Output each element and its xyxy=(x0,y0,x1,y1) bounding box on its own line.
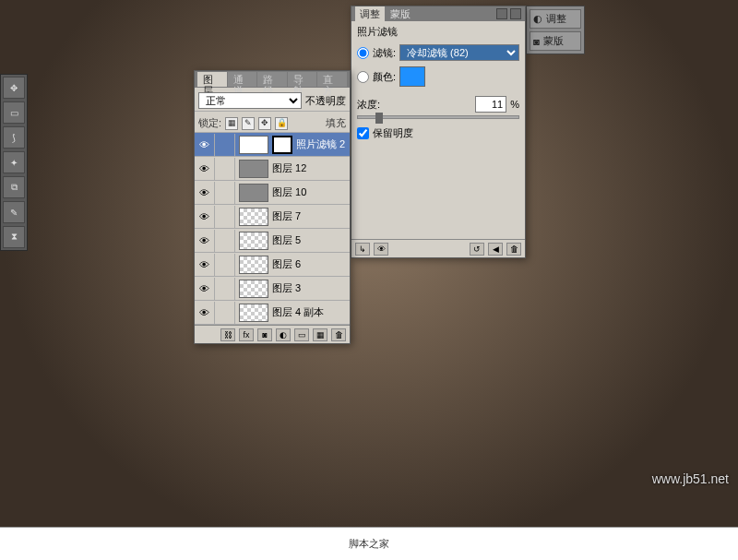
visibility-eye-icon[interactable]: 👁 xyxy=(195,254,215,276)
link-cell[interactable] xyxy=(215,302,235,324)
lasso-tool-icon[interactable]: ⟆ xyxy=(3,126,25,149)
layer-mask-thumb[interactable] xyxy=(272,136,292,154)
add-mask-icon[interactable]: ◙ xyxy=(257,328,272,341)
layer-row[interactable]: 👁图层 5 xyxy=(195,229,350,253)
footer-text: 脚本之家 xyxy=(349,537,389,551)
layer-name: 图层 7 xyxy=(272,209,301,223)
layer-thumb[interactable] xyxy=(239,208,268,226)
mask-button[interactable]: ◙ 蒙版 xyxy=(530,31,581,51)
layer-row[interactable]: 👁照片滤镜 2 xyxy=(195,133,350,157)
layer-thumb[interactable] xyxy=(239,136,268,154)
trash-icon[interactable]: 🗑 xyxy=(506,243,521,256)
layer-row[interactable]: 👁图层 3 xyxy=(195,277,350,301)
layers-tabs: 图层 通道 路径 导航 直方 xyxy=(195,71,350,88)
prev-icon[interactable] xyxy=(496,8,507,19)
layer-row[interactable]: 👁图层 4 副本 xyxy=(195,301,350,325)
visibility-eye-icon[interactable]: 👁 xyxy=(195,302,215,324)
lock-pixels-icon[interactable]: ✎ xyxy=(242,117,255,130)
layer-name: 图层 4 副本 xyxy=(272,305,324,319)
visibility-eye-icon[interactable]: 👁 xyxy=(195,230,215,252)
fx-icon[interactable]: fx xyxy=(239,328,254,341)
lock-position-icon[interactable]: ✥ xyxy=(258,117,271,130)
reset-icon[interactable]: ↺ xyxy=(470,243,484,256)
brush-tool-icon[interactable]: ⧗ xyxy=(3,226,25,248)
filter-select[interactable]: 冷却滤镜 (82) xyxy=(399,44,519,61)
half-circle-icon: ◐ xyxy=(533,13,542,25)
mask-icon: ◙ xyxy=(533,36,540,47)
slider-thumb-icon[interactable] xyxy=(375,113,383,124)
delete-layer-icon[interactable]: 🗑 xyxy=(331,328,346,341)
layer-thumb[interactable] xyxy=(239,304,268,322)
visibility-eye-icon[interactable]: 👁 xyxy=(195,206,215,228)
visibility-eye-icon[interactable]: 👁 xyxy=(195,134,215,156)
wand-tool-icon[interactable]: ✦ xyxy=(3,151,25,173)
clip-icon[interactable]: ↳ xyxy=(355,243,370,256)
lock-label: 锁定: xyxy=(198,116,221,130)
link-cell[interactable] xyxy=(215,278,235,300)
layer-thumb[interactable] xyxy=(239,184,268,202)
tab-layers[interactable]: 图层 xyxy=(197,72,227,87)
density-input[interactable] xyxy=(475,96,506,113)
tab-mask[interactable]: 蒙版 xyxy=(390,7,411,21)
eyedropper-tool-icon[interactable]: ✎ xyxy=(3,201,25,223)
visibility-eye-icon[interactable]: 👁 xyxy=(195,158,215,180)
tab-paths[interactable]: 路径 xyxy=(257,72,287,87)
tab-hist[interactable]: 直方 xyxy=(317,72,347,87)
layer-row[interactable]: 👁图层 7 xyxy=(195,205,350,229)
layer-row[interactable]: 👁图层 12 xyxy=(195,157,350,181)
layer-row[interactable]: 👁图层 6 xyxy=(195,253,350,277)
color-radio[interactable] xyxy=(357,71,369,83)
visibility-eye-icon[interactable]: 👁 xyxy=(195,278,215,300)
layer-list: 👁照片滤镜 2👁图层 12👁图层 10👁图层 7👁图层 5👁图层 6👁图层 3👁… xyxy=(195,133,350,325)
menu-icon[interactable] xyxy=(510,8,521,19)
prev-state-icon[interactable]: ◀ xyxy=(488,243,503,256)
new-layer-icon[interactable]: ▦ xyxy=(313,328,327,341)
density-slider[interactable] xyxy=(357,115,519,119)
link-cell[interactable] xyxy=(215,230,235,252)
adjustments-shortcut-panel: ◐ 调整 ◙ 蒙版 xyxy=(526,6,585,54)
tab-adjustments[interactable]: 调整 xyxy=(355,6,385,22)
layer-name: 图层 10 xyxy=(272,185,306,199)
link-cell[interactable] xyxy=(215,206,235,228)
lock-row: 锁定: ▦ ✎ ✥ 🔒 填充 xyxy=(195,114,350,133)
move-tool-icon[interactable]: ✥ xyxy=(3,77,25,99)
adjustments-button[interactable]: ◐ 调整 xyxy=(530,9,581,29)
lock-transparent-icon[interactable]: ▦ xyxy=(225,117,238,130)
blend-mode-select[interactable]: 正常 xyxy=(198,92,302,109)
layer-thumb[interactable] xyxy=(239,256,268,274)
adjustments-footer: ↳ 👁 ↺ ◀ 🗑 xyxy=(351,239,525,257)
opacity-label: 不透明度 xyxy=(305,94,346,108)
link-cell[interactable] xyxy=(215,134,235,156)
tab-nav[interactable]: 导航 xyxy=(288,72,317,87)
link-cell[interactable] xyxy=(215,254,235,276)
page-footer: 脚本之家 xyxy=(0,527,738,560)
link-cell[interactable] xyxy=(215,182,235,204)
color-label: 颜色: xyxy=(373,70,396,84)
marquee-tool-icon[interactable]: ▭ xyxy=(3,101,25,124)
preserve-luminosity-checkbox[interactable] xyxy=(357,127,369,139)
layer-name: 图层 12 xyxy=(272,161,306,175)
group-icon[interactable]: ▭ xyxy=(294,328,309,341)
layer-thumb[interactable] xyxy=(239,232,268,250)
visibility-eye-icon[interactable]: 👁 xyxy=(195,182,215,204)
layer-thumb[interactable] xyxy=(239,160,268,178)
mask-label: 蒙版 xyxy=(543,34,564,48)
crop-tool-icon[interactable]: ⧉ xyxy=(3,176,25,198)
tab-channels[interactable]: 通道 xyxy=(228,72,257,87)
color-row: 颜色: xyxy=(357,66,519,87)
filter-radio[interactable] xyxy=(357,47,369,59)
density-unit: % xyxy=(510,99,519,110)
adjustments-tabs: 调整 蒙版 xyxy=(351,6,525,21)
layer-row[interactable]: 👁图层 10 xyxy=(195,181,350,205)
link-cell[interactable] xyxy=(215,158,235,180)
adjustments-panel: 调整 蒙版 照片滤镜 滤镜: 冷却滤镜 (82) 颜色: 浓度: % xyxy=(351,6,526,258)
layer-thumb[interactable] xyxy=(239,280,268,298)
layer-name: 图层 5 xyxy=(272,233,301,247)
eye-icon[interactable]: 👁 xyxy=(374,243,388,256)
tools-palette: ✥ ▭ ⟆ ✦ ⧉ ✎ ⧗ xyxy=(0,74,28,251)
lock-all-icon[interactable]: 🔒 xyxy=(275,117,288,130)
adjustment-layer-icon[interactable]: ◐ xyxy=(276,328,291,341)
color-swatch[interactable] xyxy=(399,66,425,87)
layer-name: 照片滤镜 2 xyxy=(296,137,345,151)
link-layers-icon[interactable]: ⛓ xyxy=(220,328,235,341)
